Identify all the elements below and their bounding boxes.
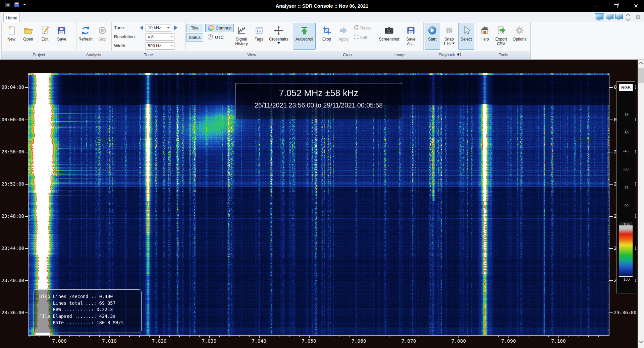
- options-gear-icon: [515, 24, 525, 37]
- freq-tick: [379, 336, 379, 337]
- autoscroll-label: Autoscroll: [296, 37, 313, 42]
- group-label-tune: Tune: [111, 51, 185, 59]
- monitor-layout-3-button[interactable]: [614, 13, 624, 21]
- minimize-button[interactable]: [589, 0, 602, 12]
- signal-history-button[interactable]: SignalHistory: [233, 23, 250, 50]
- tune-step-select[interactable]: 10 kHz: [146, 24, 171, 31]
- freq-tick: [259, 336, 260, 338]
- start-label: Start: [428, 37, 436, 42]
- group-crop: Crop Apply Reset Full Crop: [318, 22, 377, 59]
- freq-tick: [369, 336, 370, 337]
- group-view: Title Status Contrast UTC SignalHistory …: [185, 22, 318, 59]
- freq-axis-label: 7.080: [448, 338, 469, 344]
- apply-label: Apply: [338, 37, 348, 42]
- new-button[interactable]: New: [4, 23, 19, 50]
- apply-button[interactable]: Apply: [335, 23, 352, 50]
- freq-tick: [289, 336, 290, 337]
- refresh-button[interactable]: Refresh: [76, 23, 95, 50]
- help-button[interactable]: Help: [477, 23, 492, 50]
- save-as-label: SaveAs...: [406, 37, 415, 46]
- title-toggle-button[interactable]: Title: [186, 24, 203, 32]
- tune-step-down-button[interactable]: [138, 24, 145, 31]
- snap-button[interactable]: Snap1 Hz: [441, 23, 457, 50]
- qat-dropdown-icon[interactable]: [23, 3, 26, 7]
- close-button[interactable]: ×: [629, 0, 643, 12]
- stop-button[interactable]: Stop: [95, 23, 109, 50]
- tags-button[interactable]: Tags: [252, 23, 266, 50]
- autoscroll-arrow-icon: [299, 24, 310, 37]
- freq-tick: [349, 336, 350, 337]
- reset-button[interactable]: Reset: [354, 25, 371, 31]
- crop-button[interactable]: Crop: [319, 23, 335, 50]
- speaker-icon[interactable]: [457, 52, 461, 58]
- group-label-project: Project: [2, 51, 76, 59]
- contrast-toggle-button[interactable]: Contrast: [205, 24, 234, 32]
- freq-tick: [329, 336, 330, 337]
- time-tick: [25, 184, 28, 185]
- group-analysis: Refresh Stop Analysis: [76, 22, 112, 59]
- camera-icon[interactable]: [5, 3, 10, 7]
- monitor-icon: [606, 14, 613, 19]
- group-label-crop: Crop: [318, 51, 377, 59]
- freq-tick: [309, 336, 310, 338]
- export-csv-button[interactable]: ExportCSV: [493, 23, 509, 50]
- close-icon: ×: [634, 3, 638, 9]
- collapse-ribbon-icon[interactable]: [627, 14, 630, 20]
- freq-axis-label: 7.020: [149, 338, 170, 344]
- vertical-scrollbar[interactable]: [638, 60, 644, 348]
- save-as-button[interactable]: SaveAs...: [402, 23, 420, 50]
- status-toggle-button[interactable]: Status: [186, 33, 203, 42]
- freq-axis-label: 7.090: [498, 338, 519, 344]
- monitor-layout-1-button[interactable]: [595, 13, 604, 21]
- monitor-icon: [596, 14, 603, 19]
- utc-toggle-button[interactable]: UTC: [205, 33, 226, 42]
- autoscroll-button[interactable]: Autoscroll: [293, 23, 316, 50]
- edit-pencil-icon: [40, 24, 50, 37]
- select-button[interactable]: Select: [458, 23, 474, 50]
- rgb-mode-button[interactable]: RGB: [619, 84, 633, 91]
- save-icon[interactable]: [14, 2, 19, 7]
- tune-step-up-button[interactable]: [172, 24, 179, 31]
- crosshairs-label: Crosshairs: [269, 37, 288, 42]
- db-label: -15: [617, 113, 635, 117]
- screenshot-button[interactable]: Screenshot: [377, 23, 401, 50]
- open-button[interactable]: Open: [20, 23, 36, 50]
- time-tick: [25, 280, 28, 281]
- save-button-label: Save: [57, 37, 66, 42]
- restore-button[interactable]: [609, 0, 623, 12]
- ribbon-tab-row: Home: [0, 12, 644, 22]
- options-button[interactable]: Options: [510, 23, 529, 50]
- monitor-layout-2-button[interactable]: [605, 13, 614, 21]
- start-button[interactable]: Start: [425, 23, 440, 50]
- time-axis-label: 23:52:00: [1, 181, 24, 187]
- color-scale-panel: RGB -15-30-45-60-75-90-105-120-135-150: [616, 81, 635, 293]
- right-arrow-icon: [174, 25, 177, 30]
- edit-button[interactable]: Edit: [37, 23, 53, 50]
- time-axis-label: 23:36:00: [1, 310, 24, 315]
- group-tools: Help ExportCSV Options Tools: [477, 22, 531, 59]
- settings-gear-icon[interactable]: [635, 14, 641, 22]
- scroll-down-icon[interactable]: [639, 339, 643, 343]
- scroll-up-icon[interactable]: [639, 62, 643, 66]
- color-gradient-bar[interactable]: [619, 225, 633, 277]
- group-label-analysis: Analysis: [76, 51, 111, 59]
- time-tick: [609, 184, 613, 185]
- width-select[interactable]: 500 Hz: [146, 42, 174, 50]
- utc-clock-icon: [207, 34, 213, 41]
- full-button[interactable]: Full: [354, 34, 367, 41]
- contrast-colorwheel-icon: [208, 25, 214, 31]
- resolution-select[interactable]: x 8: [146, 33, 174, 41]
- scrollbar-thumb[interactable]: [638, 68, 644, 83]
- freq-tick: [30, 336, 30, 337]
- group-label-tools: Tools: [477, 51, 530, 59]
- export-csv-icon: [496, 24, 506, 37]
- tags-list-icon: [254, 24, 264, 37]
- tab-home[interactable]: Home: [3, 13, 20, 22]
- freq-axis-label: 7.040: [248, 338, 270, 344]
- crosshairs-button[interactable]: Crosshairs: [268, 23, 290, 50]
- freq-tick: [219, 336, 220, 337]
- freq-tick: [269, 336, 270, 337]
- save-button[interactable]: Save: [54, 23, 69, 50]
- time-axis-label: 23:44:00: [1, 246, 24, 251]
- freq-tick: [359, 336, 360, 338]
